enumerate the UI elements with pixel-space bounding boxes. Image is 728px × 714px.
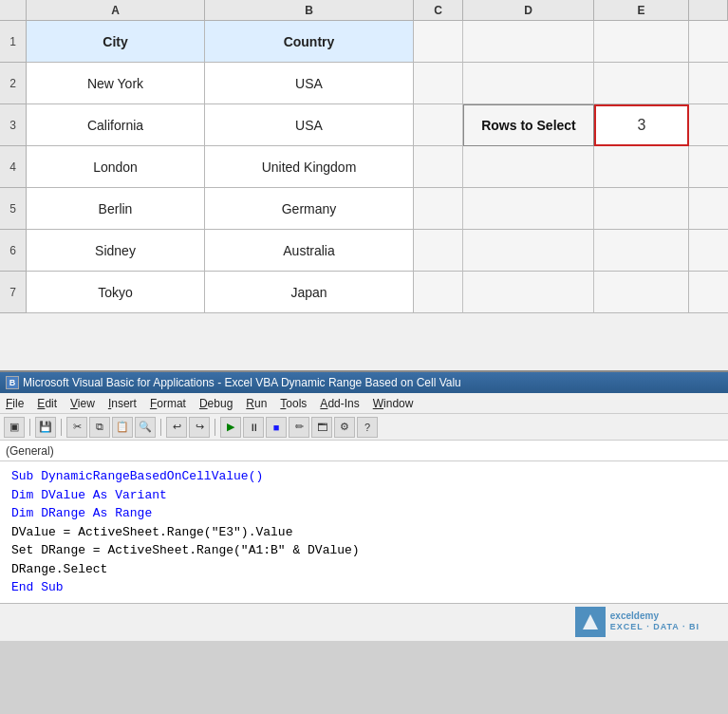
cell-e7[interactable] [594,272,689,313]
row-num-3: 3 [0,104,27,146]
toolbar-run-btn[interactable]: ▶ [220,417,241,438]
cell-a2[interactable]: New York [27,63,205,104]
cell-a6[interactable]: Sidney [27,230,205,272]
cell-b1[interactable]: Country [205,21,414,63]
row-num-4: 4 [0,146,27,188]
code-line-7: End Sub [11,578,717,597]
code-line-5: Set DRange = ActiveSheet.Range("A1:B" & … [11,541,717,560]
cell-b7[interactable]: Japan [205,272,414,313]
row-num-5: 5 [0,188,27,230]
cell-d1[interactable] [463,21,594,63]
excel-spreadsheet: A B C D E 1 City Country 2 New York USA [0,0,728,370]
code-line-2: Dim DValue As Variant [11,486,717,505]
vba-code-area[interactable]: Sub DynamicRangeBasedOnCellValue() Dim D… [0,461,728,603]
toolbar-stop-btn[interactable]: ■ [266,417,287,438]
menu-insert[interactable]: Insert [106,397,139,410]
cell-b2[interactable]: USA [205,63,414,104]
cell-b6[interactable]: Australia [205,230,414,272]
cell-e6[interactable] [594,230,689,272]
toolbar-paste-btn[interactable]: 📋 [112,417,133,438]
cell-e1[interactable] [594,21,689,63]
row-num-2: 2 [0,63,27,104]
vba-window: B Microsoft Visual Basic for Application… [0,370,728,641]
col-header-b[interactable]: B [205,0,414,21]
cell-c5[interactable] [414,188,463,230]
col-header-rest [689,0,728,21]
toolbar-help-btn[interactable]: ? [357,417,378,438]
cell-d5[interactable] [463,188,594,230]
table-row: 2 New York USA [0,63,728,104]
toolbar-separator-4 [215,419,215,436]
vba-menu-bar: File Edit View Insert Format Debug Run T… [0,393,728,414]
cell-a5[interactable]: Berlin [27,188,205,230]
menu-window[interactable]: Window [371,397,416,410]
cell-a7[interactable]: Tokyo [27,272,205,313]
vba-general-bar: (General) [0,441,728,461]
cell-e2[interactable] [594,63,689,104]
corner-cell [0,0,27,21]
toolbar-copy-btn[interactable]: ⧉ [89,417,110,438]
menu-addins[interactable]: Add-Ins [318,397,361,410]
cell-a4[interactable]: London [27,146,205,188]
toolbar-more-btn[interactable]: ⚙ [334,417,355,438]
table-row: 1 City Country [0,21,728,63]
watermark-line2: EXCEL · DATA · BI [610,622,700,633]
cell-c6[interactable] [414,230,463,272]
toolbar-separator-2 [61,419,62,436]
cell-c4[interactable] [414,146,463,188]
menu-run[interactable]: Run [244,397,269,410]
col-header-d[interactable]: D [463,0,594,21]
cell-c2[interactable] [414,63,463,104]
cell-rest-6 [689,230,728,272]
cell-rest-2 [689,63,728,104]
toolbar-undo-btn[interactable]: ↩ [166,417,187,438]
toolbar-userform-btn[interactable]: 🗔 [311,417,332,438]
svg-marker-0 [583,614,598,629]
cell-a3[interactable]: California [27,104,205,146]
row-num-6: 6 [0,230,27,272]
vba-title-bar: B Microsoft Visual Basic for Application… [0,372,728,393]
cell-c1[interactable] [414,21,463,63]
col-header-a[interactable]: A [27,0,205,21]
cell-c7[interactable] [414,272,463,313]
toolbar-redo-btn[interactable]: ↪ [189,417,210,438]
cell-d2[interactable] [463,63,594,104]
cell-b4[interactable]: United Kingdom [205,146,414,188]
code-line-4: DValue = ActiveSheet.Range("E3").Value [11,523,717,542]
menu-file[interactable]: File [4,397,26,410]
cell-rest-5 [689,188,728,230]
cell-b3[interactable]: USA [205,104,414,146]
rows-to-select-label: Rows to Select [463,104,594,146]
cell-e4[interactable] [594,146,689,188]
cell-c3[interactable] [414,104,463,146]
cell-rest-7 [689,272,728,313]
rows-to-select-value[interactable]: 3 [594,104,689,146]
toolbar-find-btn[interactable]: 🔍 [135,417,156,438]
toolbar-excel-icon[interactable]: ▣ [4,417,25,438]
menu-edit[interactable]: Edit [35,397,59,410]
grid-body: 1 City Country 2 New York USA 3 Californ… [0,21,728,313]
toolbar-separator [29,419,30,436]
cell-d6[interactable] [463,230,594,272]
table-row: 6 Sidney Australia [0,230,728,272]
menu-tools[interactable]: Tools [278,397,308,410]
toolbar-pause-btn[interactable]: ⏸ [243,417,264,438]
menu-view[interactable]: View [68,397,97,410]
cell-b5[interactable]: Germany [205,188,414,230]
watermark: exceldemy EXCEL · DATA · BI [575,607,700,637]
cell-a1[interactable]: City [27,21,205,63]
table-row: 5 Berlin Germany [0,188,728,230]
menu-format[interactable]: Format [148,397,188,410]
table-row: 4 London United Kingdom [0,146,728,188]
col-header-c[interactable]: C [414,0,463,21]
table-row: 3 California USA Rows to Select 3 [0,104,728,146]
menu-debug[interactable]: Debug [197,397,234,410]
toolbar-cut-btn[interactable]: ✂ [66,417,87,438]
toolbar-design-btn[interactable]: ✏ [289,417,309,438]
column-headers: A B C D E [0,0,728,21]
cell-e5[interactable] [594,188,689,230]
cell-d7[interactable] [463,272,594,313]
cell-d4[interactable] [463,146,594,188]
toolbar-save-btn[interactable]: 💾 [35,417,56,438]
col-header-e[interactable]: E [594,0,689,21]
